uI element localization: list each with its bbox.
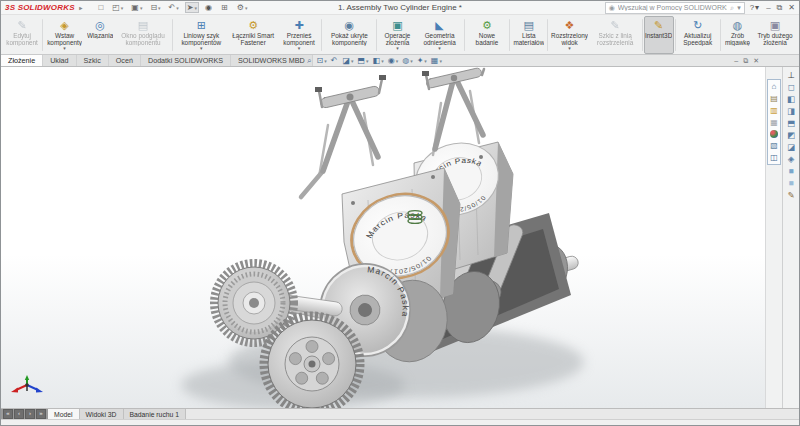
- engine-model[interactable]: Marcin Paska 01/05/2017 Marcin Paska: [1, 67, 767, 408]
- ribbon-button[interactable]: ⊞ Liniowy szyk komponentów ▾: [174, 16, 229, 54]
- ribbon-button[interactable]: [642, 19, 643, 51]
- bottom-view-icon[interactable]: ◪: [786, 143, 797, 152]
- ribbon-button[interactable]: ◎ Wiązania: [85, 16, 115, 54]
- search-caret-icon[interactable]: ▾: [737, 4, 741, 12]
- apply-scene-icon[interactable]: ✦▾: [417, 56, 427, 65]
- command-tab[interactable]: SOLIDWORKS MBD: [231, 55, 313, 66]
- doc-minimize-button[interactable]: –: [734, 57, 738, 64]
- ribbon-button[interactable]: ⚙ Nowe badanie ruchu: [466, 16, 509, 54]
- zoom-area-icon[interactable]: ⊡▾: [316, 56, 326, 65]
- shaded-icon[interactable]: ■: [786, 179, 797, 188]
- close-button[interactable]: ✕: [788, 3, 795, 12]
- top-view-icon[interactable]: ◩: [786, 131, 797, 140]
- help-button[interactable]: ?▾: [750, 3, 759, 12]
- logo-mark: 3S: [5, 3, 15, 12]
- display-style-icon[interactable]: ◧▾: [373, 56, 384, 65]
- dropdown-caret-icon: ▾: [63, 46, 66, 51]
- design-library-icon[interactable]: ▤: [769, 94, 779, 103]
- dropdown-caret-icon: ▾: [568, 46, 571, 51]
- shaded-with-edges-icon[interactable]: ■: [786, 167, 797, 176]
- ribbon-button[interactable]: ✎ Szkic z linią rozstrzelenia: [590, 16, 641, 54]
- ribbon-button[interactable]: ◍ Zrób migawkę: [722, 16, 753, 54]
- task-pane-tabs: ⌂▤▥▦▧◫: [767, 79, 781, 165]
- file-properties-icon[interactable]: ⊞: [219, 2, 231, 13]
- right-view-icon[interactable]: ⬒: [786, 119, 797, 128]
- undo-icon[interactable]: ↶▾: [167, 2, 181, 13]
- ribbon-button[interactable]: [42, 19, 43, 51]
- ribbon-button[interactable]: ✎ Instant3D: [644, 16, 674, 54]
- command-tab[interactable]: Układ: [43, 55, 76, 66]
- ribbon-button[interactable]: ◈ Wstaw komponenty ▾: [44, 16, 85, 54]
- hide-show-items-icon[interactable]: ◉▾: [388, 56, 399, 65]
- rebuild-icon[interactable]: ◉: [203, 2, 215, 13]
- ribbon-button[interactable]: ▣ Operacje złożenia ▾: [378, 16, 416, 54]
- restore-button[interactable]: ⧉: [777, 3, 783, 13]
- view-palette-icon[interactable]: ▦: [769, 118, 779, 127]
- custom-properties-icon[interactable]: ▧: [769, 141, 779, 150]
- ribbon-button[interactable]: [675, 19, 676, 51]
- tab-scroll-prev[interactable]: ‹: [14, 409, 24, 419]
- new-file-icon[interactable]: □: [96, 2, 106, 13]
- view-settings-icon[interactable]: ▦▾: [431, 56, 442, 65]
- file-explorer-icon[interactable]: ▥: [769, 106, 779, 115]
- minimize-button[interactable]: –: [766, 3, 770, 12]
- document-tab[interactable]: Model: [48, 409, 80, 419]
- view-orientation-icon[interactable]: ⬒▾: [357, 56, 368, 65]
- previous-view-icon[interactable]: ↶: [331, 56, 339, 65]
- select-icon[interactable]: ➤▾: [185, 2, 199, 13]
- ribbon-button[interactable]: ⚙ Łączniki Smart Fastener: [229, 16, 278, 54]
- logo-flyout-icon[interactable]: ▸: [79, 5, 82, 11]
- zoom-fit-icon[interactable]: ⌕: [307, 56, 312, 66]
- ribbon-button[interactable]: ▤ Lista materiałów: [511, 16, 546, 54]
- ribbon-button[interactable]: [321, 19, 322, 51]
- help-search-box[interactable]: ◉ Wyszukaj w Pomocy SOLIDWORKS ⌕ ▾: [605, 2, 745, 14]
- command-tab[interactable]: Dodatki SOLIDWORKS: [141, 55, 231, 66]
- gear-small[interactable]: [214, 263, 294, 343]
- ribbon-button[interactable]: [509, 19, 510, 51]
- ribbon-button[interactable]: ◉ Pokaż ukryte komponenty: [323, 16, 375, 54]
- ribbon-button[interactable]: ✚ Przenieś komponent ▾: [278, 16, 321, 54]
- forum-icon[interactable]: ◫: [769, 153, 779, 162]
- open-file-icon[interactable]: ◰▾: [110, 2, 125, 13]
- ribbon-button[interactable]: ❖ Rozstrzelony widok ▾: [549, 16, 590, 54]
- front-view-icon[interactable]: ◻: [786, 83, 797, 92]
- appearances-scenes-icon[interactable]: [770, 130, 778, 138]
- print-icon[interactable]: ⊟▾: [148, 2, 162, 13]
- ribbon-button[interactable]: ◣ Geometria odniesienia ▾: [417, 16, 463, 54]
- ribbon-button-icon: ✎: [654, 19, 663, 32]
- solidworks-window: 3S SOLIDWORKS ▸ □◰▾▣▾⊟▾↶▾➤▾◉⊞⚙▾ 1. Assem…: [0, 0, 800, 426]
- ribbon-button[interactable]: ↻ Aktualizuj Speedpak: [677, 16, 719, 54]
- isometric-view-icon[interactable]: ◈: [786, 155, 797, 164]
- ribbon-button[interactable]: ▣ Tryb dużego złożenia: [753, 16, 797, 54]
- document-tab[interactable]: Badanie ruchu 1: [124, 409, 187, 419]
- ribbon-button[interactable]: [172, 19, 173, 51]
- tab-scroll-next[interactable]: ›: [25, 409, 35, 419]
- search-icon[interactable]: ⌕: [730, 4, 734, 12]
- ribbon-button[interactable]: [376, 19, 377, 51]
- normal-to-icon[interactable]: ⊥: [786, 71, 797, 80]
- save-icon[interactable]: ▣▾: [129, 2, 144, 13]
- tab-scroll-last[interactable]: »: [36, 409, 46, 419]
- ribbon-button[interactable]: [547, 19, 548, 51]
- solidworks-resources-icon[interactable]: ⌂: [769, 82, 779, 91]
- edit-appearance-icon[interactable]: ◍▾: [402, 56, 413, 65]
- doc-close-button[interactable]: ✕: [753, 57, 759, 65]
- back-view-icon[interactable]: ◧: [786, 95, 797, 104]
- ribbon-button[interactable]: ✎ Edytuj komponent: [3, 16, 41, 54]
- ribbon-button[interactable]: [464, 19, 465, 51]
- section-view-icon[interactable]: ◪▾: [342, 56, 353, 65]
- tab-scroll-first[interactable]: «: [3, 409, 13, 419]
- command-tab[interactable]: Szkic: [77, 55, 109, 66]
- graphics-area[interactable]: Marcin Paska 01/05/2017 Marcin Paska: [1, 67, 799, 408]
- document-tab[interactable]: Widoki 3D: [80, 409, 124, 419]
- command-tab[interactable]: Złożenie: [1, 55, 43, 66]
- command-tab[interactable]: Oceń: [109, 55, 141, 66]
- ribbon-button[interactable]: [720, 19, 721, 51]
- ribbon-button-icon: ↻: [693, 19, 702, 32]
- ribbon-button[interactable]: ▤ Okno podglądu komponentu: [115, 16, 171, 54]
- edit-appearance-brush-icon[interactable]: ✎: [786, 191, 797, 200]
- doc-restore-button[interactable]: ⧉: [743, 57, 748, 65]
- dropdown-caret-icon: ▾: [438, 46, 441, 51]
- options-icon[interactable]: ⚙▾: [235, 2, 250, 13]
- left-view-icon[interactable]: ◨: [786, 107, 797, 116]
